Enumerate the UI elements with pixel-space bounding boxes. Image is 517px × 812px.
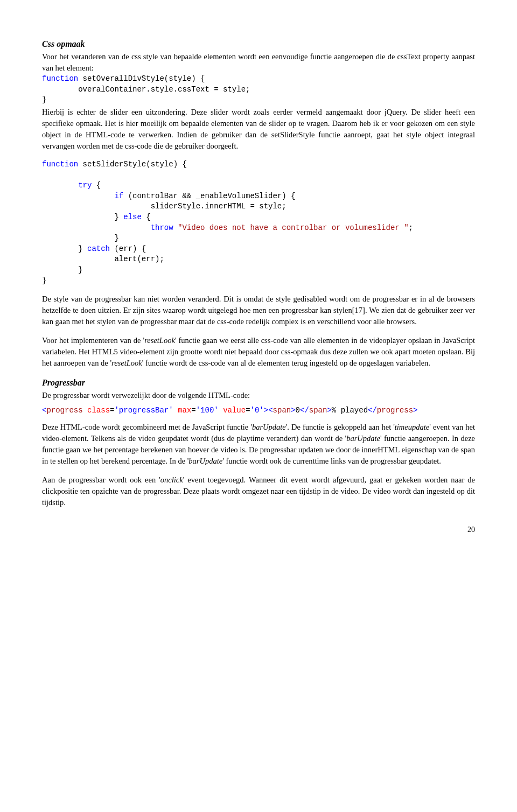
para-progressbar-style: De style van de progressbar kan niet wor… xyxy=(42,293,475,327)
code-text: } xyxy=(42,234,119,242)
text: Deze HTML-code wordt gecombineerd met de… xyxy=(42,423,252,431)
code-text: } xyxy=(42,244,87,253)
code-text: sliderStyle.innerHTML = style; xyxy=(42,202,287,211)
para-resetlook: Voor het implementeren van de 'resetLook… xyxy=(42,335,475,369)
text: Voor het implementeren van de ' xyxy=(42,336,144,345)
attr-class: class xyxy=(87,406,110,415)
attr-max: max xyxy=(178,406,191,415)
code-text: </ xyxy=(300,406,309,415)
code-text xyxy=(219,406,223,415)
code-text: % played xyxy=(332,406,368,415)
attr-value: value xyxy=(223,406,246,415)
code-text: = xyxy=(191,406,195,415)
italic-timeupdate: timeupdate xyxy=(395,423,429,431)
code-text: > xyxy=(413,406,417,415)
code-text: { xyxy=(92,181,101,190)
code-text: > xyxy=(291,406,295,415)
italic-resetlook: resetLook xyxy=(144,336,175,345)
code-text: setSliderStyle(style) { xyxy=(78,160,187,169)
kw-catch: catch xyxy=(87,244,110,253)
section-heading-progressbar: Progressbar xyxy=(42,376,475,389)
page-number: 20 xyxy=(42,524,475,535)
italic-resetlook: resetLook xyxy=(111,359,142,367)
code-text: = xyxy=(246,406,250,415)
code-text: setOverallDivStyle(style) { xyxy=(78,74,205,83)
tag-span-close: span xyxy=(309,406,327,415)
code-text: > xyxy=(327,406,331,415)
attrval-value: '0' xyxy=(250,406,264,415)
para-progressbar-intro: De progressbar wordt verwezelijkt door d… xyxy=(42,390,475,401)
text: ' functie wordt ook de currenttime links… xyxy=(222,457,441,465)
code-text xyxy=(173,223,178,232)
italic-onclick: onclick xyxy=(160,475,183,484)
code-text: </ xyxy=(368,406,377,415)
attrval-class: 'progressBar' xyxy=(114,406,173,415)
code-block-setsliderstyle: function setSliderStyle(style) { try { i… xyxy=(42,159,475,286)
section-heading-css-opmaak: Css opmaak xyxy=(42,38,475,50)
code-text: { xyxy=(142,213,151,221)
code-text: (controlBar && _enableVolumeSlider) { xyxy=(123,192,295,200)
code-text: } xyxy=(42,265,83,274)
code-block-setoveralldivstyle: function setOverallDivStyle(style) { ove… xyxy=(42,74,475,106)
kw-if: if xyxy=(114,192,123,200)
text: Aan de progressbar wordt ook een ' xyxy=(42,475,160,484)
code-text: alert(err); xyxy=(42,255,164,263)
code-text: 0 xyxy=(296,406,300,415)
para-onclick: Aan de progressbar wordt ook een 'onclic… xyxy=(42,474,475,508)
code-text xyxy=(83,406,87,415)
code-text: } xyxy=(42,95,46,104)
code-text: } xyxy=(42,276,46,285)
code-text: } xyxy=(42,213,123,221)
string-literal: "Video does not have a controlbar or vol… xyxy=(178,223,408,232)
para-css-opmaak-slider: Hierbij is echter de slider een uitzonde… xyxy=(42,107,475,152)
code-text: (err) { xyxy=(110,244,146,253)
code-text: < xyxy=(268,406,273,415)
kw-function: function xyxy=(42,74,78,83)
text: '. De functie is gekoppeld aan het ' xyxy=(286,423,395,431)
code-text: overalContainer.style.cssText = style; xyxy=(42,85,250,94)
para-css-opmaak-intro: Voor het veranderen van de css style van… xyxy=(42,51,475,74)
code-block-progress-html: <progress class='progressBar' max='100' … xyxy=(42,405,475,416)
tag-span: span xyxy=(273,406,291,415)
code-text: > xyxy=(264,406,268,415)
para-barupdate: Deze HTML-code wordt gecombineerd met de… xyxy=(42,422,475,467)
italic-barupdate: barUpdate xyxy=(188,457,222,465)
italic-barupdate: barUpdate xyxy=(252,423,286,431)
kw-try: try xyxy=(78,181,92,190)
text: ' functie wordt de css-code van al de el… xyxy=(142,359,430,367)
italic-barupdate: barUpdate xyxy=(346,434,380,443)
kw-else: else xyxy=(123,213,142,221)
tag-progress-close: progress xyxy=(377,406,413,415)
tag-progress: progress xyxy=(46,406,82,415)
code-text xyxy=(173,406,178,415)
attrval-max: '100' xyxy=(196,406,219,415)
kw-function: function xyxy=(42,160,78,169)
kw-throw: throw xyxy=(151,223,173,232)
code-text: ; xyxy=(409,223,413,232)
